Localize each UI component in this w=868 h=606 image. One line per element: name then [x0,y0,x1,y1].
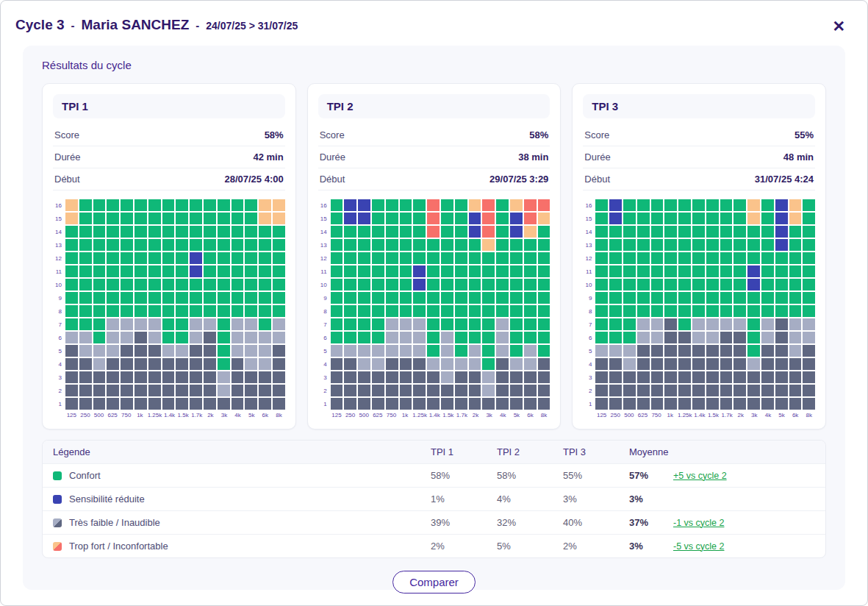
heatmap-cell [482,279,495,290]
compare-button-wrap: Comparer [42,571,826,593]
heatmap-cell [331,305,343,317]
heatmap-cell [441,199,453,211]
heatmap-row: 3 [318,371,550,383]
heatmap-cell [162,292,175,304]
heatmap-cell [524,385,537,396]
heatmap-cell [637,199,650,211]
moyenne-value: 37% [629,517,673,528]
heatmap-cell [79,332,92,343]
heatmap-cell [747,279,760,290]
vs-cycle-link[interactable]: -1 vs cycle 2 [673,518,815,528]
heatmap-cell [623,345,636,357]
y-axis-label: 9 [318,292,329,304]
heatmap-cell [162,332,175,343]
heatmap-cell [455,213,467,224]
heatmap-cell [609,345,622,357]
heatmap-cell [204,332,216,343]
heatmap-cell [651,252,664,264]
vs-cycle-link[interactable]: -5 vs cycle 2 [673,541,815,552]
tpi2-header-cell: TPI 2 [497,446,563,457]
heatmap-cell [65,226,78,238]
heatmap-cell [79,199,92,211]
tpi-2-heatmap: 161514131211109876543211252505006257501k… [318,199,550,418]
heatmap-cell [218,371,230,383]
heatmap-cell [176,385,188,396]
heatmap-cell [245,252,257,264]
heatmap-cell [107,371,119,383]
heatmap-cell [747,345,760,357]
heatmap-cell [121,199,133,211]
row-label: Très faible / Inaudible [69,517,160,528]
row-label-cell: Sensibilité réduite [53,493,431,505]
heatmap-cell [637,398,650,410]
y-axis-label: 10 [53,279,64,290]
heatmap-cell [204,265,216,277]
heatmap-cell [427,358,440,370]
heatmap-cell [176,213,188,224]
y-axis-label: 6 [583,332,594,343]
heatmap-cell [761,213,774,224]
heatmap-cell [789,305,802,317]
heatmap-cell [761,371,774,383]
heatmap-cell [761,292,774,304]
heatmap-cell [651,371,664,383]
heatmap-cell [372,305,384,317]
row-label: Sensibilité réduite [69,493,145,505]
x-axis-spacer [318,412,329,418]
moyenne-value: 57% [629,470,673,481]
x-axis-label: 1.5k [442,412,455,418]
heatmap-cell [134,213,147,224]
heatmap-cell [134,345,147,357]
heatmap-cell [609,213,622,224]
heatmap-cell [134,252,147,264]
heatmap-cell [469,358,481,370]
heatmap-cell [176,305,188,317]
heatmap-cell [218,213,230,224]
y-axis-label: 10 [583,279,594,290]
heatmap-cell [259,371,271,383]
heatmap-cell [747,332,760,343]
heatmap-cell [482,265,495,277]
row-label-cell: Très faible / Inaudible [53,517,431,528]
heatmap-cell [789,265,802,277]
heatmap-cell [176,332,188,343]
heatmap-cell [623,213,636,224]
table-row-sensibilite: Sensibilité réduite 1% 4% 3% 3% [43,487,825,510]
heatmap-cell [664,279,677,290]
compare-button[interactable]: Comparer [392,571,476,593]
sensibilite-swatch-icon [53,495,62,504]
heatmap-cell [720,265,733,277]
heatmap-cell [482,213,495,224]
heatmap-cell [107,332,119,343]
heatmap-cell [427,239,440,251]
heatmap-cell [204,305,216,317]
heatmap-cell [79,318,92,330]
heatmap-cell [496,265,509,277]
heatmap-cell [482,239,495,251]
heatmap-cell [427,226,440,238]
heatmap-cell [204,199,216,211]
x-axis-label: 250 [609,412,622,418]
heatmap-cell [232,385,244,396]
start-row: Début 28/07/25 4:00 [53,168,285,190]
patient-name: Maria SANCHEZ [82,17,190,33]
close-icon[interactable]: ✕ [828,17,850,35]
heatmap-cell [775,199,788,211]
heatmap-cell [441,385,453,396]
heatmap-cell [400,265,412,277]
tpi3-value: 2% [563,541,629,552]
heatmap-row: 9 [583,292,815,304]
heatmap-cell [720,332,733,343]
heatmap-cell [331,199,343,211]
y-axis-label: 5 [53,345,64,357]
heatmap-cell [134,265,147,277]
heatmap-cell [455,345,467,357]
heatmap-row: 4 [318,358,550,370]
heatmap-cell [65,292,78,304]
heatmap-cell [331,332,343,343]
heatmap-cell [651,385,664,396]
heatmap-cell [706,279,719,290]
legend-table-header: Légende TPI 1 TPI 2 TPI 3 Moyenne [43,441,825,463]
heatmap-row: 12 [318,252,550,264]
vs-cycle-link[interactable]: +5 vs cycle 2 [673,471,815,481]
